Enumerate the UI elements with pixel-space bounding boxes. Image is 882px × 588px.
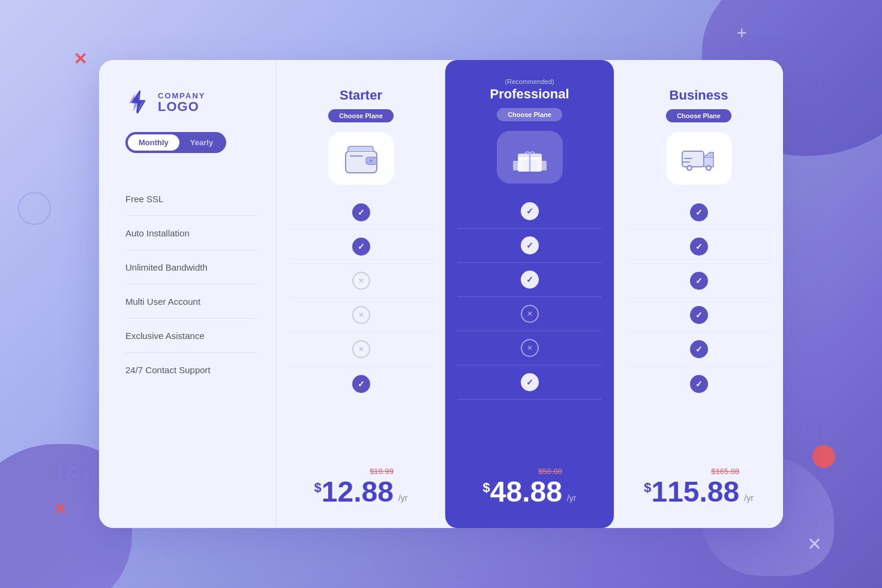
starter-check-icon-1 bbox=[352, 238, 370, 256]
business-check-rows bbox=[626, 196, 771, 451]
business-icon-wrap bbox=[666, 132, 732, 185]
professional-plan-col: (Recommended) Professional Choose Plane bbox=[445, 60, 614, 528]
monthly-toggle-btn[interactable]: Monthly bbox=[128, 134, 179, 151]
starter-price-dollar: $ bbox=[314, 481, 322, 494]
professional-check-icon-3 bbox=[521, 305, 539, 323]
business-price-wrapper: $165.88 $ 115.88 bbox=[644, 467, 739, 506]
starter-check-icon-2 bbox=[352, 272, 370, 290]
business-recommended bbox=[698, 79, 700, 86]
business-check-icon-5 bbox=[690, 375, 708, 393]
feature-label-2: Unlimited Bandwidth bbox=[125, 262, 208, 272]
truck-icon bbox=[679, 138, 719, 179]
yearly-toggle-btn[interactable]: Yearly bbox=[179, 134, 224, 151]
deco-plus-top-right: + bbox=[736, 24, 747, 42]
starter-price-value: 12.88 bbox=[322, 478, 394, 506]
business-check-row-2 bbox=[626, 264, 771, 298]
professional-price-value: 48.88 bbox=[490, 478, 562, 506]
starter-plan-col: Starter Choose Plane $18.99 $ 12.88 /yr bbox=[276, 60, 445, 528]
business-choose-btn[interactable]: Choose Plane bbox=[666, 109, 731, 122]
professional-price-section: $58.88 $ 48.88 /yr bbox=[483, 461, 577, 506]
wallet-icon bbox=[341, 138, 382, 179]
deco-circle-pink bbox=[812, 445, 835, 468]
starter-check-row-1 bbox=[289, 230, 433, 264]
features-list: Free SSLAuto InstallationUnlimited Bandw… bbox=[125, 182, 257, 451]
starter-recommended bbox=[360, 79, 362, 86]
business-price-dollar: $ bbox=[644, 481, 651, 494]
feature-row-0: Free SSL bbox=[125, 182, 257, 216]
business-check-icon-0 bbox=[690, 203, 708, 221]
feature-label-5: 24/7 Contact Support bbox=[125, 365, 211, 375]
professional-check-icon-0 bbox=[521, 202, 539, 220]
professional-check-row-1 bbox=[457, 229, 602, 263]
professional-check-icon-5 bbox=[521, 373, 539, 391]
business-price-value: 115.88 bbox=[651, 478, 739, 506]
business-check-icon-4 bbox=[690, 340, 708, 358]
business-check-icon-3 bbox=[690, 306, 708, 324]
starter-check-row-4 bbox=[289, 332, 433, 367]
professional-check-row-4 bbox=[457, 331, 602, 365]
feature-label-0: Free SSL bbox=[125, 194, 163, 204]
starter-price-per: /yr bbox=[398, 493, 408, 503]
svg-point-11 bbox=[688, 167, 691, 170]
deco-plus-bottom-right: ✕ bbox=[807, 535, 822, 553]
business-check-row-1 bbox=[626, 230, 771, 264]
pricing-card: COMPANY LOGO Monthly Yearly Free SSLAuto… bbox=[99, 60, 783, 528]
professional-check-icon-1 bbox=[521, 236, 539, 254]
svg-rect-8 bbox=[537, 161, 547, 170]
professional-price-dollar: $ bbox=[483, 481, 490, 494]
feature-row-3: Multi User Account bbox=[125, 284, 257, 319]
business-check-icon-1 bbox=[690, 238, 708, 256]
deco-x-bottom-left: ✕ bbox=[53, 499, 67, 519]
svg-point-13 bbox=[707, 167, 710, 170]
professional-check-row-5 bbox=[457, 365, 602, 400]
starter-icon-wrap bbox=[328, 132, 394, 185]
logo-name-label: LOGO bbox=[158, 100, 205, 113]
business-check-row-3 bbox=[626, 298, 771, 332]
professional-choose-btn[interactable]: Choose Plane bbox=[497, 108, 562, 121]
deco-x-top-left: ✕ bbox=[73, 49, 87, 69]
professional-original-price: $58.88 bbox=[538, 467, 562, 476]
starter-choose-btn[interactable]: Choose Plane bbox=[328, 109, 394, 122]
business-check-icon-2 bbox=[690, 272, 708, 290]
starter-check-row-2 bbox=[289, 264, 433, 298]
logo-text: COMPANY LOGO bbox=[158, 91, 205, 113]
business-check-row-4 bbox=[626, 332, 771, 367]
starter-price-main: $ 12.88 bbox=[314, 478, 394, 506]
starter-price-section: $18.99 $ 12.88 /yr bbox=[314, 461, 408, 506]
business-price-section: $165.88 $ 115.88 /yr bbox=[644, 461, 754, 506]
professional-price-wrapper: $58.88 $ 48.88 bbox=[483, 467, 562, 506]
gift-icon bbox=[509, 137, 550, 178]
professional-plan-name: Professional bbox=[490, 86, 569, 102]
business-price-main: $ 115.88 bbox=[644, 478, 739, 506]
starter-check-icon-5 bbox=[352, 375, 370, 393]
svg-point-2 bbox=[369, 160, 372, 163]
starter-price-wrapper: $18.99 $ 12.88 bbox=[314, 467, 394, 506]
feature-label-1: Auto Installation bbox=[125, 228, 190, 238]
business-check-row-0 bbox=[626, 196, 771, 230]
business-original-price: $165.88 bbox=[711, 467, 739, 476]
starter-check-row-3 bbox=[289, 298, 433, 332]
business-plan-name: Business bbox=[670, 88, 728, 103]
deco-dots-bottom-left bbox=[55, 464, 94, 480]
professional-check-row-0 bbox=[457, 194, 602, 229]
professional-icon-wrap bbox=[497, 131, 563, 184]
professional-recommended: (Recommended) bbox=[505, 78, 554, 85]
billing-toggle: Monthly Yearly bbox=[125, 132, 226, 153]
business-plan-col: Business Choose Plane $165.88 $ bbox=[614, 60, 783, 528]
professional-check-row-3 bbox=[457, 297, 602, 331]
starter-original-price: $18.99 bbox=[370, 467, 394, 476]
professional-check-icon-2 bbox=[521, 271, 539, 289]
professional-check-icon-4 bbox=[521, 339, 539, 357]
feature-label-4: Exclusive Asistance bbox=[125, 331, 205, 341]
starter-check-rows bbox=[289, 196, 433, 451]
feature-row-5: 24/7 Contact Support bbox=[125, 353, 257, 387]
professional-price-main: $ 48.88 bbox=[483, 478, 562, 506]
business-price-per: /yr bbox=[744, 493, 754, 503]
starter-check-row-0 bbox=[289, 196, 433, 230]
starter-check-icon-0 bbox=[352, 203, 370, 221]
starter-plan-name: Starter bbox=[340, 88, 382, 103]
feature-label-3: Multi User Account bbox=[125, 296, 200, 307]
business-check-row-5 bbox=[626, 367, 771, 401]
professional-price-per: /yr bbox=[567, 493, 577, 503]
deco-circle-outline bbox=[18, 192, 51, 225]
